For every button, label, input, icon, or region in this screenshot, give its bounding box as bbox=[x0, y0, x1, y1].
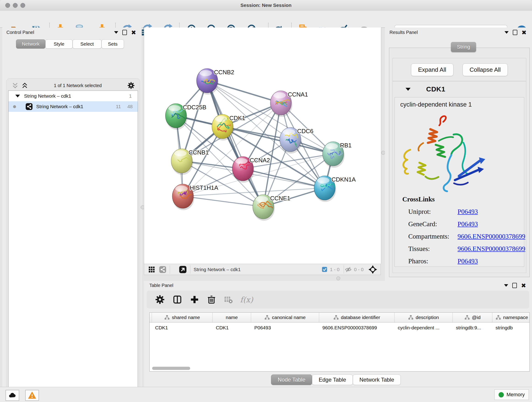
cell-name[interactable]: CDK1 bbox=[213, 322, 252, 333]
panel-menu-icon[interactable] bbox=[505, 31, 509, 34]
string-share-icon[interactable] bbox=[159, 266, 167, 274]
crosslink-genecard[interactable]: P06493 bbox=[457, 220, 478, 228]
column-header-canonical-name[interactable]: canonical name bbox=[251, 313, 319, 322]
horizontal-scrollbar[interactable] bbox=[152, 367, 190, 370]
panel-float-icon[interactable] bbox=[513, 30, 517, 35]
panel-menu-icon[interactable] bbox=[114, 31, 118, 34]
add-column-icon[interactable] bbox=[190, 295, 199, 304]
entry-gene-name: CDK1 bbox=[426, 85, 445, 93]
birdseye-grid-icon[interactable] bbox=[148, 266, 156, 274]
cdk1-entry-body: cyclin-dependent kinase 1 bbox=[394, 97, 524, 267]
expand-all-button[interactable]: Expand All bbox=[411, 64, 453, 76]
tab-select[interactable]: Select bbox=[73, 39, 101, 49]
tab-network-table[interactable]: Network Table bbox=[353, 375, 401, 385]
bottom-splitter-handle[interactable] bbox=[336, 276, 340, 280]
tab-network[interactable]: Network bbox=[16, 39, 45, 49]
network-node-CCNB2[interactable]: CCNB2 bbox=[196, 69, 234, 95]
statusbar-separator bbox=[170, 265, 170, 274]
panel-close-icon[interactable]: ✖ bbox=[131, 30, 136, 35]
network-list-panel: 1 of 1 Network selected String Network –… bbox=[6, 78, 140, 402]
network-node-CDKN1A[interactable]: CDKN1A bbox=[314, 176, 356, 202]
tab-style[interactable]: Style bbox=[45, 39, 73, 49]
cloud-icon bbox=[8, 391, 17, 400]
column-header-description[interactable]: description bbox=[394, 313, 453, 322]
tab-sets[interactable]: Sets bbox=[101, 39, 124, 49]
cell-description[interactable]: cyclin-dependent ... bbox=[395, 322, 453, 333]
column-header-shared-name[interactable]: shared name bbox=[152, 313, 213, 322]
table-row[interactable]: CDK1 CDK1 P06493 9606.ENSP00000378699 cy… bbox=[150, 322, 530, 333]
cell-shared-name[interactable]: CDK1 bbox=[152, 322, 213, 333]
gear-icon[interactable] bbox=[127, 82, 135, 89]
cdk1-entry-header[interactable]: CDK1 bbox=[393, 81, 526, 97]
crosslink-tissues[interactable]: 9606.ENSP00000378699 bbox=[457, 245, 525, 253]
shared-column-icon bbox=[408, 315, 413, 320]
selected-checkbox-icon[interactable] bbox=[322, 266, 328, 273]
network-view: CCNB2CCNA1CDC25BCDK1CDC6RB1CCNB1CCNA2CDK… bbox=[144, 27, 381, 264]
warnings-button[interactable] bbox=[25, 390, 39, 401]
table-corner-cell bbox=[150, 313, 152, 322]
column-header-namespace[interactable]: namespace bbox=[492, 313, 530, 322]
cell-namespace[interactable]: stringdb bbox=[493, 322, 530, 333]
panel-float-icon[interactable] bbox=[122, 30, 127, 35]
crosshair-icon[interactable] bbox=[368, 265, 377, 274]
network-node-CCNA2[interactable]: CCNA2 bbox=[232, 157, 270, 183]
crosslink-pharos[interactable]: P06493 bbox=[457, 257, 478, 265]
tab-string[interactable]: String bbox=[451, 42, 476, 52]
right-splitter-handle[interactable] bbox=[381, 151, 385, 155]
tab-node-table[interactable]: Node Table bbox=[271, 375, 312, 385]
crosslink-uniprot[interactable]: P06493 bbox=[457, 208, 478, 216]
protein-structure-image bbox=[396, 109, 522, 197]
cell-database-identifier[interactable]: 9606.ENSP00000378699 bbox=[320, 322, 395, 333]
cloud-status-button[interactable] bbox=[6, 390, 19, 401]
entry-description: cyclin-dependent kinase 1 bbox=[395, 97, 524, 108]
column-header-name[interactable]: name bbox=[213, 313, 251, 322]
panel-float-icon[interactable] bbox=[512, 283, 517, 288]
network-node-CCNB1[interactable]: CCNB1 bbox=[171, 149, 209, 175]
column-header-id[interactable]: @id bbox=[453, 313, 492, 322]
network-selection-bar: 1 of 1 Network selected bbox=[6, 80, 140, 90]
cell-canonical-name[interactable]: P06493 bbox=[252, 322, 320, 333]
network-canvas[interactable]: CCNB2CCNA1CDC25BCDK1CDC6RB1CCNB1CCNA2CDK… bbox=[144, 27, 381, 264]
panel-close-icon[interactable]: ✖ bbox=[521, 283, 526, 288]
show-columns-icon[interactable] bbox=[172, 294, 182, 305]
tree-expand-icon[interactable] bbox=[15, 95, 20, 97]
network-tree-root-row[interactable]: String Network – cdk1 1 bbox=[8, 91, 138, 101]
network-node-label: CCNB1 bbox=[189, 149, 209, 156]
shared-column-icon bbox=[464, 315, 470, 320]
memory-button[interactable]: Memory bbox=[494, 389, 529, 400]
network-tree-child-row[interactable]: String Network – cdk1 11 48 bbox=[8, 101, 138, 112]
network-node-CDC6[interactable]: CDC6 bbox=[280, 128, 313, 153]
crosslink-compartments[interactable]: 9606.ENSP00000378699 bbox=[457, 233, 525, 240]
panel-menu-icon[interactable] bbox=[504, 284, 508, 287]
network-node-label: CCNE1 bbox=[270, 195, 290, 202]
crosslink-row: GeneCard: P06493 bbox=[402, 220, 525, 228]
expand-all-icon[interactable] bbox=[21, 82, 28, 89]
crosslink-row: Tissues: 9606.ENSP00000378699 bbox=[402, 245, 525, 253]
entry-collapse-icon[interactable] bbox=[405, 88, 411, 91]
tab-edge-table[interactable]: Edge Table bbox=[312, 375, 353, 385]
delete-column-icon[interactable] bbox=[207, 295, 216, 304]
collapse-all-button[interactable]: Collapse All bbox=[462, 64, 508, 76]
table-toolbar: f(x) bbox=[147, 291, 529, 308]
delete-table-icon bbox=[224, 295, 233, 304]
network-node-CCNE1[interactable]: CCNE1 bbox=[253, 195, 290, 221]
network-edge[interactable] bbox=[183, 196, 263, 207]
selected-count: 1 - 0 bbox=[330, 267, 340, 272]
tree-child-label: String Network – cdk1 bbox=[36, 104, 83, 109]
network-node-HIST1H1A[interactable]: HIST1H1A bbox=[172, 184, 218, 210]
open-in-new-icon[interactable] bbox=[179, 265, 187, 274]
panel-close-icon[interactable]: ✖ bbox=[521, 30, 526, 35]
shared-column-icon bbox=[333, 315, 339, 320]
results-panel-title: Results Panel bbox=[389, 30, 418, 35]
warning-icon bbox=[28, 391, 36, 400]
network-node-label: CDK1 bbox=[229, 115, 245, 121]
collapse-all-icon[interactable] bbox=[12, 82, 19, 89]
column-header-database-identifier[interactable]: database identifier bbox=[319, 313, 394, 322]
tree-child-edge-count: 48 bbox=[127, 104, 133, 109]
network-node-CCNA1[interactable]: CCNA1 bbox=[270, 91, 308, 117]
cdk1-entry: CDK1 cyclin-dependent kinase 1 bbox=[393, 81, 526, 273]
network-node-label: CDC25B bbox=[183, 104, 206, 111]
table-settings-gear-icon[interactable] bbox=[155, 294, 165, 305]
cell-id[interactable]: stringdb:9... bbox=[453, 322, 493, 333]
network-node-RB1[interactable]: RB1 bbox=[323, 142, 352, 168]
